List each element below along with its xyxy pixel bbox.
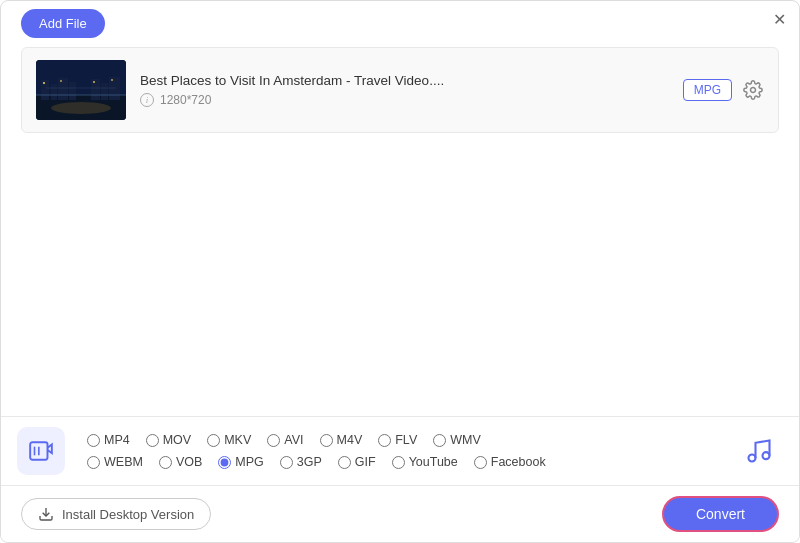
- format-option-gif[interactable]: GIF: [330, 452, 384, 472]
- svg-rect-11: [60, 80, 62, 82]
- title-bar: ✕: [1, 1, 799, 37]
- format-option-mov[interactable]: MOV: [138, 430, 199, 450]
- content-area: [1, 143, 799, 363]
- format-option-facebook[interactable]: Facebook: [466, 452, 554, 472]
- format-option-mpg[interactable]: MPG: [210, 452, 271, 472]
- format-selector: MP4 MOV MKV AVI M4V FLV WM: [1, 417, 799, 485]
- audio-format-icon[interactable]: [735, 427, 783, 475]
- svg-rect-7: [91, 79, 100, 100]
- install-button-label: Install Desktop Version: [62, 507, 194, 522]
- settings-icon[interactable]: [742, 79, 764, 101]
- file-actions: MPG: [683, 79, 764, 101]
- file-resolution: 1280*720: [160, 93, 211, 107]
- format-option-vob[interactable]: VOB: [151, 452, 210, 472]
- svg-point-16: [751, 88, 756, 93]
- format-option-m4v[interactable]: M4V: [312, 430, 371, 450]
- thumbnail-svg: [36, 60, 126, 120]
- svg-rect-6: [69, 82, 76, 100]
- format-options-container: MP4 MOV MKV AVI M4V FLV WM: [79, 430, 735, 472]
- format-option-mkv[interactable]: MKV: [199, 430, 259, 450]
- file-meta: i 1280*720: [140, 93, 669, 107]
- add-file-button[interactable]: Add File: [21, 9, 105, 38]
- format-option-avi[interactable]: AVI: [259, 430, 311, 450]
- svg-rect-12: [93, 81, 95, 83]
- info-icon[interactable]: i: [140, 93, 154, 107]
- footer-bar: Install Desktop Version Convert: [1, 485, 799, 542]
- svg-rect-13: [111, 79, 113, 81]
- svg-rect-10: [43, 82, 45, 84]
- svg-rect-9: [109, 77, 120, 100]
- download-icon: [38, 506, 54, 522]
- file-name: Best Places to Visit In Amsterdam - Trav…: [140, 73, 669, 88]
- svg-rect-4: [51, 84, 57, 100]
- format-badge[interactable]: MPG: [683, 79, 732, 101]
- convert-button[interactable]: Convert: [662, 496, 779, 532]
- thumbnail-image: [36, 60, 126, 120]
- video-format-icon[interactable]: [17, 427, 65, 475]
- svg-rect-8: [101, 83, 108, 100]
- format-option-wmv[interactable]: WMV: [425, 430, 489, 450]
- svg-point-2: [51, 102, 111, 114]
- format-row-1: MP4 MOV MKV AVI M4V FLV WM: [79, 430, 735, 450]
- bottom-section: MP4 MOV MKV AVI M4V FLV WM: [1, 416, 799, 542]
- close-button[interactable]: ✕: [771, 11, 787, 27]
- file-info: Best Places to Visit In Amsterdam - Trav…: [140, 73, 669, 107]
- format-option-webm[interactable]: WEBM: [79, 452, 151, 472]
- install-desktop-button[interactable]: Install Desktop Version: [21, 498, 211, 530]
- format-option-youtube[interactable]: YouTube: [384, 452, 466, 472]
- format-option-mp4[interactable]: MP4: [79, 430, 138, 450]
- file-list: Best Places to Visit In Amsterdam - Trav…: [21, 47, 779, 133]
- svg-point-20: [749, 455, 756, 462]
- svg-rect-5: [58, 78, 68, 100]
- file-thumbnail: [36, 60, 126, 120]
- format-option-3gp[interactable]: 3GP: [272, 452, 330, 472]
- format-row-2: WEBM VOB MPG 3GP GIF YouTube: [79, 452, 735, 472]
- svg-point-21: [763, 452, 770, 459]
- format-option-flv[interactable]: FLV: [370, 430, 425, 450]
